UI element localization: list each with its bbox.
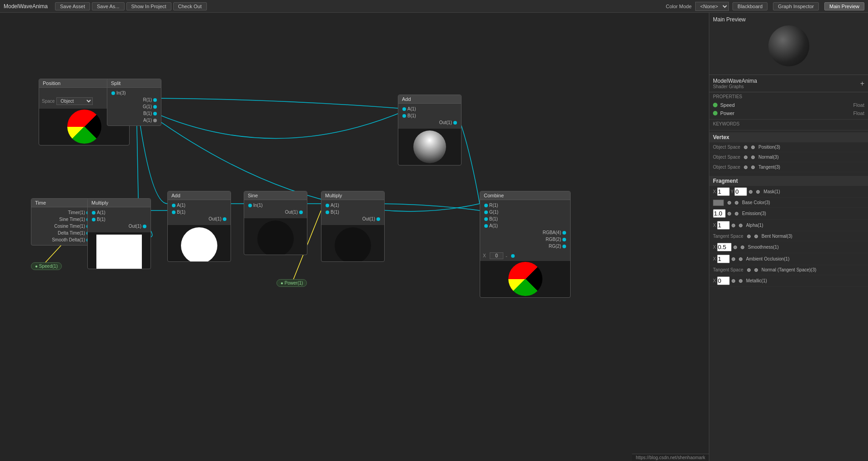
speed-name: Speed bbox=[720, 102, 853, 108]
combine-rgba-port: RGBA(4) bbox=[480, 229, 570, 236]
time-sine-port: Sine Time(1) bbox=[31, 216, 94, 223]
sine-out-port: Out(1) bbox=[244, 209, 307, 215]
fragment-metallic-in-connector bbox=[739, 279, 743, 283]
position-colorwheel bbox=[67, 110, 101, 144]
fragment-smoothness-field[interactable] bbox=[717, 243, 732, 251]
multiply1-node[interactable]: Multiply A(1) B(1) Out(1) bbox=[87, 198, 151, 269]
right-toolbar: Color Mode <None> Blackboard Graph Inspe… bbox=[666, 2, 864, 11]
add-property-button[interactable]: + bbox=[860, 80, 864, 88]
split-in-port: In(3) bbox=[107, 90, 161, 96]
fragment-ao-field[interactable] bbox=[717, 255, 730, 263]
split-g-port: G(1) bbox=[107, 103, 161, 110]
split-g-dot bbox=[153, 105, 157, 109]
sine-black-circle bbox=[257, 220, 294, 255]
multiply1-a-dot bbox=[92, 211, 95, 215]
sine-preview bbox=[244, 218, 307, 255]
preview-sphere-container bbox=[766, 25, 812, 71]
save-as-button[interactable]: Save As... bbox=[92, 2, 125, 10]
fragment-x-field[interactable] bbox=[717, 187, 730, 196]
time-cosine-port: Cosine Time(1) bbox=[31, 223, 94, 230]
vertex-position-row: Object Space Position(3) bbox=[709, 142, 868, 152]
check-out-button[interactable]: Check Out bbox=[173, 2, 207, 10]
combine-g-dot bbox=[484, 210, 488, 214]
fragment-emission-row: Emission(3) bbox=[709, 208, 868, 220]
vertex-tangent-row: Object Space Tangent(3) bbox=[709, 162, 868, 172]
main-preview-section: Main Preview bbox=[709, 13, 868, 75]
main-preview-tab[interactable]: Main Preview bbox=[824, 2, 864, 10]
combine-body: R(1) G(1) B(1) A(1) RGBA(4) bbox=[480, 200, 570, 251]
canvas-area[interactable]: Position Out(3) Space Object bbox=[0, 13, 709, 461]
position-space-select[interactable]: Object bbox=[56, 97, 93, 105]
fragment-basecolor-row: Base Color(3) bbox=[709, 198, 868, 208]
add-mid-preview bbox=[168, 225, 231, 261]
sine-node[interactable]: Sine In(1) Out(1) bbox=[244, 191, 307, 255]
multiply1-preview bbox=[88, 232, 151, 269]
multiply1-white-square bbox=[96, 235, 142, 269]
multiply2-preview bbox=[321, 225, 384, 261]
add-mid-white-circle bbox=[181, 227, 217, 261]
vertex-normal-row: Object Space Normal(3) bbox=[709, 152, 868, 162]
fragment-alpha-connector bbox=[732, 224, 735, 227]
vertex-section: Vertex Object Space Position(3) Object S… bbox=[709, 130, 868, 174]
fragment-alpha-in-connector bbox=[739, 224, 743, 227]
split-node-body: In(3) R(1) G(1) B(1) A(1) bbox=[107, 88, 161, 125]
multiply2-out-dot bbox=[376, 217, 380, 221]
split-node-header: Split bbox=[107, 79, 161, 88]
fragment-ao-row: X Ambient Occlusion(1) bbox=[709, 253, 868, 265]
fragment-emission-in-connector bbox=[735, 212, 738, 215]
graph-inspector-tab[interactable]: Graph Inspector bbox=[773, 2, 819, 10]
color-mode-select[interactable]: <None> bbox=[695, 2, 729, 11]
combine-b-dot bbox=[484, 217, 488, 221]
combine-node[interactable]: Combine R(1) G(1) B(1) A(1) bbox=[480, 191, 571, 298]
save-asset-button[interactable]: Save Asset bbox=[55, 2, 90, 10]
combine-r-port: R(1) bbox=[480, 202, 570, 209]
add-mid-b-port: B(1) bbox=[168, 209, 231, 215]
time-node[interactable]: Time Timer(1) Sine Time(1) Cosine Time(1… bbox=[31, 198, 95, 246]
fragment-normal-in-connector bbox=[754, 268, 758, 272]
split-in-dot bbox=[111, 91, 115, 95]
title-bar: ModelWaveAnima Save Asset Save As... Sho… bbox=[0, 0, 868, 13]
power-type: Float bbox=[853, 110, 864, 116]
fragment-basecolor-swatch[interactable] bbox=[713, 200, 724, 206]
add-top-out-port: Out(1) bbox=[398, 119, 461, 126]
graph-inspector: ModelWaveAnima Shader Graphs + Propertie… bbox=[709, 75, 868, 461]
blackboard-tab[interactable]: Blackboard bbox=[733, 2, 768, 10]
keywords-section: Keywords bbox=[709, 120, 868, 130]
add-top-node[interactable]: Add A(1) B(1) Out(1) bbox=[398, 95, 462, 165]
fragment-y-field[interactable] bbox=[734, 187, 747, 196]
multiply2-header: Multiply bbox=[321, 191, 384, 200]
fragment-section: Fragment X Y Mask(1) Base Color(3) bbox=[709, 174, 868, 289]
combine-b-port: B(1) bbox=[480, 215, 570, 222]
fragment-smoothness-row: X Smoothness(1) bbox=[709, 241, 868, 253]
vertex-tangent-connector bbox=[744, 165, 748, 169]
fragment-normal-row: Tangent Space Normal (Tangent Space)(3) bbox=[709, 265, 868, 275]
main-layout: Position Out(3) Space Object bbox=[0, 13, 868, 461]
combine-r-dot bbox=[484, 204, 488, 207]
multiply2-out-port: Out(1) bbox=[321, 215, 384, 222]
combine-x-field[interactable] bbox=[490, 252, 503, 259]
fragment-emission-field[interactable] bbox=[713, 209, 726, 218]
speed-dot bbox=[713, 103, 717, 107]
fragment-alpha-field[interactable] bbox=[717, 221, 730, 230]
multiply2-node[interactable]: Multiply A(1) B(1) Out(1) bbox=[321, 191, 385, 262]
power-dot bbox=[713, 111, 717, 115]
fragment-header: Fragment bbox=[709, 176, 868, 186]
split-node[interactable]: Split In(3) R(1) G(1) B(1) bbox=[107, 79, 161, 126]
add-mid-body: A(1) B(1) Out(1) bbox=[168, 200, 231, 224]
vertex-normal-in-connector bbox=[751, 155, 755, 159]
fragment-ao-in-connector bbox=[739, 257, 743, 261]
add-top-body: A(1) B(1) Out(1) bbox=[398, 104, 461, 128]
sine-in-port: In(1) bbox=[244, 202, 307, 209]
position-space-label: Space bbox=[42, 99, 55, 104]
add-mid-header: Add bbox=[168, 191, 231, 200]
show-in-project-button[interactable]: Show In Project bbox=[126, 2, 171, 10]
add-top-preview bbox=[398, 129, 461, 165]
combine-g-port: G(1) bbox=[480, 209, 570, 215]
add-top-a-dot bbox=[402, 107, 406, 111]
gi-speed-property: Speed Float bbox=[713, 101, 864, 109]
add-top-sphere bbox=[413, 130, 446, 163]
fragment-metallic-field[interactable] bbox=[717, 276, 730, 285]
split-a-dot bbox=[153, 119, 157, 122]
time-delta-port: Delta Time(1) bbox=[31, 230, 94, 236]
add-mid-node[interactable]: Add A(1) B(1) Out(1) bbox=[167, 191, 231, 262]
